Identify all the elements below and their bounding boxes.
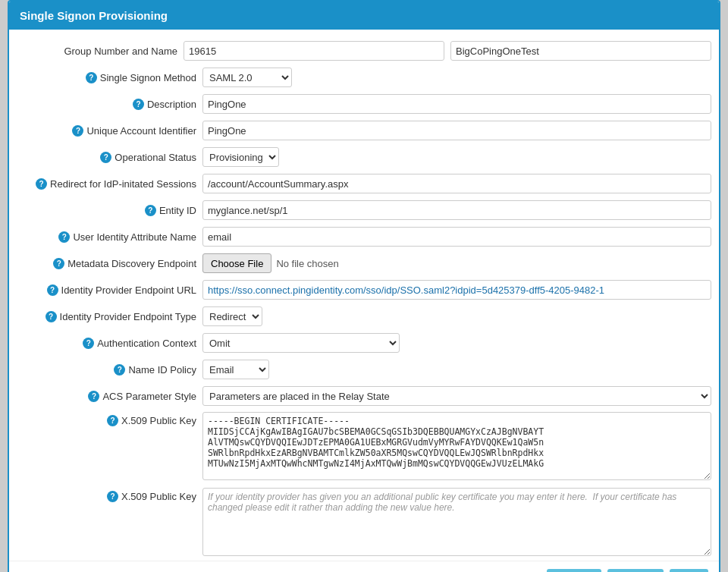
metadata-row: ? Metadata Discovery Endpoint Choose Fil… — [17, 253, 711, 274]
user-identity-input[interactable] — [202, 227, 711, 247]
ok-button[interactable]: OK — [670, 569, 708, 572]
x509-key-wrapper — [202, 412, 711, 482]
group-name-input[interactable] — [450, 41, 711, 61]
file-input-wrapper: Choose File No file chosen — [202, 253, 339, 273]
user-identity-label: ? User Identity Attribute Name — [17, 231, 202, 243]
sso-method-select[interactable]: SAML 2.0 WS-Federation — [202, 68, 292, 87]
name-id-policy-label: ? Name ID Policy — [17, 364, 202, 376]
sso-method-label: ? Single Signon Method — [17, 72, 202, 83]
x509-key2-label: ? X.509 Public Key — [17, 488, 202, 502]
idp-endpoint-type-row: ? Identity Provider Endpoint Type Redire… — [17, 306, 711, 327]
x509-key-textarea[interactable] — [202, 412, 711, 480]
sso-method-row: ? Single Signon Method SAML 2.0 WS-Feder… — [17, 67, 711, 88]
unique-account-row: ? Unique Account Identifier — [17, 120, 711, 141]
dialog-body: Group Number and Name ? Single Signon Me… — [9, 30, 719, 561]
x509-key2-textarea[interactable] — [202, 488, 711, 556]
group-number-label: Group Number and Name — [17, 46, 184, 57]
idp-endpoint-url-help-icon[interactable]: ? — [47, 284, 58, 296]
name-id-policy-select[interactable]: Email Persistent Transient None — [202, 360, 269, 379]
idp-endpoint-url-label: ? Identity Provider Endpoint URL — [17, 284, 202, 296]
idp-endpoint-type-label: ? Identity Provider Endpoint Type — [17, 311, 202, 322]
entity-id-help-icon[interactable]: ? — [145, 205, 156, 216]
name-id-policy-help-icon[interactable]: ? — [114, 364, 125, 376]
description-label: ? Description — [17, 99, 202, 110]
unique-account-label: ? Unique Account Identifier — [17, 125, 202, 137]
operational-status-help-icon[interactable]: ? — [100, 152, 111, 163]
acs-param-label: ? ACS Parameter Style — [17, 391, 202, 402]
operational-status-label: ? Operational Status — [17, 152, 202, 163]
idp-endpoint-type-select[interactable]: Redirect POST — [202, 306, 262, 326]
group-number-row: Group Number and Name — [17, 40, 711, 61]
dialog-title: Single Signon Provisioning — [9, 2, 719, 30]
x509-key2-wrapper — [202, 488, 711, 558]
unique-account-input[interactable] — [202, 121, 711, 140]
x509-key2-help-icon[interactable]: ? — [107, 491, 118, 502]
acs-param-row: ? ACS Parameter Style Parameters are pla… — [17, 385, 711, 407]
redirect-input[interactable] — [202, 174, 711, 193]
update-button[interactable]: Update — [607, 569, 664, 572]
x509-key-label: ? X.509 Public Key — [17, 412, 202, 426]
name-id-policy-row: ? Name ID Policy Email Persistent Transi… — [17, 359, 711, 380]
auth-context-select[interactable]: Omit Password PasswordProtectedTransport — [202, 333, 400, 353]
operational-status-row: ? Operational Status Provisioning Active… — [17, 146, 711, 168]
entity-id-input[interactable] — [202, 200, 711, 220]
group-number-input[interactable] — [184, 41, 444, 61]
x509-key-help-icon[interactable]: ? — [107, 415, 118, 426]
auth-context-row: ? Authentication Context Omit Password P… — [17, 332, 711, 354]
unique-account-help-icon[interactable]: ? — [72, 125, 83, 137]
redirect-row: ? Redirect for IdP-initated Sessions — [17, 173, 711, 194]
idp-endpoint-url-input[interactable] — [202, 280, 711, 300]
acs-param-help-icon[interactable]: ? — [88, 391, 99, 402]
sso-method-help-icon[interactable]: ? — [86, 72, 97, 83]
user-identity-help-icon[interactable]: ? — [58, 231, 70, 243]
user-identity-row: ? User Identity Attribute Name — [17, 226, 711, 247]
metadata-help-icon[interactable]: ? — [53, 258, 64, 269]
auth-context-help-icon[interactable]: ? — [83, 338, 94, 349]
description-input[interactable] — [202, 94, 711, 114]
x509-key-row: ? X.509 Public Key — [17, 412, 711, 482]
operational-status-select[interactable]: Provisioning Active Inactive — [202, 147, 279, 167]
idp-endpoint-type-help-icon[interactable]: ? — [46, 311, 57, 322]
choose-file-button[interactable]: Choose File — [202, 253, 271, 273]
metadata-label: ? Metadata Discovery Endpoint — [17, 258, 202, 269]
dialog-footer: Cancel Update OK — [9, 561, 719, 572]
x509-key2-row: ? X.509 Public Key — [17, 488, 711, 558]
entity-id-row: ? Entity ID — [17, 200, 711, 221]
redirect-label: ? Redirect for IdP-initated Sessions — [17, 178, 202, 190]
cancel-button[interactable]: Cancel — [547, 569, 601, 572]
no-file-text: No file chosen — [276, 258, 338, 269]
description-row: ? Description — [17, 93, 711, 115]
entity-id-label: ? Entity ID — [17, 205, 202, 216]
description-help-icon[interactable]: ? — [133, 99, 144, 110]
sso-provisioning-dialog: Single Signon Provisioning Group Number … — [8, 0, 720, 572]
redirect-help-icon[interactable]: ? — [36, 178, 47, 190]
auth-context-label: ? Authentication Context — [17, 338, 202, 349]
acs-param-select[interactable]: Parameters are placed in the Relay State… — [202, 386, 711, 406]
idp-endpoint-url-row: ? Identity Provider Endpoint URL — [17, 279, 711, 300]
